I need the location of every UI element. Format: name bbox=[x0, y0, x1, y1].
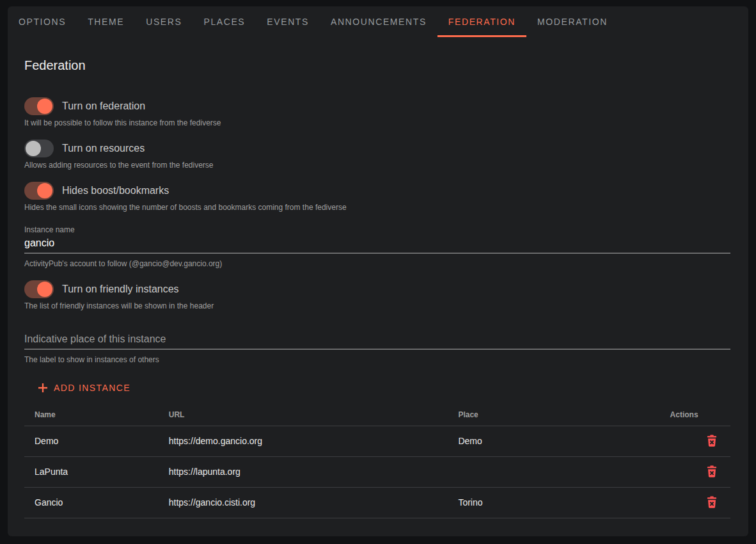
tab-places[interactable]: PLACES bbox=[193, 6, 256, 37]
friendly-instances-toggle[interactable] bbox=[24, 280, 54, 298]
federation-toggle-label: Turn on federation bbox=[62, 101, 145, 111]
column-header-name: Name bbox=[24, 404, 159, 426]
instance-name-label: Instance name bbox=[24, 226, 730, 234]
federation-toggle-row: Turn on federation bbox=[24, 97, 730, 115]
friendly-instances-toggle-label: Turn on friendly instances bbox=[62, 284, 179, 294]
resources-toggle-label: Turn on resources bbox=[62, 143, 145, 154]
resources-toggle[interactable] bbox=[24, 140, 54, 157]
instance-place-field: The label to show in instances of others bbox=[24, 333, 730, 364]
instance-place-cell: Demo bbox=[448, 426, 659, 456]
tab-federation[interactable]: FEDERATION bbox=[437, 6, 526, 37]
add-instance-button-label: ADD INSTANCE bbox=[54, 383, 130, 393]
federation-toggle[interactable] bbox=[24, 97, 54, 115]
tab-announcements[interactable]: ANNOUNCEMENTS bbox=[320, 6, 437, 37]
delete-instance-button[interactable] bbox=[704, 432, 720, 451]
instance-name-input[interactable] bbox=[24, 237, 730, 253]
table-header-row: Name URL Place Actions bbox=[24, 404, 730, 426]
instance-url-cell: https://demo.gancio.org bbox=[159, 426, 448, 456]
hide-boosts-toggle-row: Hides boost/bookmarks bbox=[24, 182, 730, 200]
instance-actions-cell bbox=[660, 456, 730, 487]
toggle-thumb bbox=[37, 99, 52, 114]
tab-moderation[interactable]: MODERATION bbox=[526, 6, 618, 37]
instance-name-hint: ActivityPub's account to follow (@gancio… bbox=[24, 260, 730, 268]
toggle-thumb bbox=[37, 183, 52, 198]
tab-events[interactable]: EVENTS bbox=[256, 6, 320, 37]
instance-name-cell: Gancio bbox=[24, 487, 159, 518]
friendly-instances-toggle-row: Turn on friendly instances bbox=[24, 280, 730, 298]
toggle-thumb bbox=[37, 282, 52, 297]
instance-actions-cell bbox=[660, 487, 730, 518]
instance-place-hint: The label to show in instances of others bbox=[24, 356, 730, 364]
hide-boosts-toggle-hint: Hides the small icons showing the number… bbox=[24, 204, 730, 211]
trash-delete-icon bbox=[705, 464, 719, 478]
plus-icon bbox=[37, 382, 49, 394]
instance-name-cell: LaPunta bbox=[24, 456, 159, 487]
column-header-actions: Actions bbox=[660, 404, 730, 426]
federation-settings-panel: Federation Turn on federation It will be… bbox=[8, 59, 748, 518]
tab-options[interactable]: OPTIONS bbox=[8, 6, 77, 37]
table-row: Demo https://demo.gancio.org Demo bbox=[24, 426, 730, 456]
table-row: Gancio https://gancio.cisti.org Torino bbox=[24, 487, 730, 518]
instance-actions-cell bbox=[660, 426, 730, 456]
trash-delete-icon bbox=[705, 495, 719, 509]
instance-name-cell: Demo bbox=[24, 426, 159, 456]
trash-delete-icon bbox=[705, 433, 719, 447]
hide-boosts-toggle[interactable] bbox=[24, 182, 54, 200]
resources-toggle-hint: Allows adding resources to the event fro… bbox=[24, 161, 730, 169]
instance-place-cell bbox=[448, 456, 659, 487]
friendly-instances-table: Name URL Place Actions Demo https://demo… bbox=[24, 404, 730, 518]
tab-users[interactable]: USERS bbox=[135, 6, 193, 37]
column-header-url: URL bbox=[159, 404, 448, 426]
add-instance-button[interactable]: ADD INSTANCE bbox=[29, 376, 138, 399]
hide-boosts-toggle-label: Hides boost/bookmarks bbox=[62, 186, 169, 196]
instance-url-cell: https://gancio.cisti.org bbox=[159, 487, 448, 518]
column-header-place: Place bbox=[448, 404, 659, 426]
instance-place-cell: Torino bbox=[448, 487, 659, 518]
toggle-thumb bbox=[26, 141, 41, 156]
instance-name-field: Instance name ActivityPub's account to f… bbox=[24, 226, 730, 268]
admin-panel-card: OPTIONS THEME USERS PLACES EVENTS ANNOUN… bbox=[8, 6, 748, 536]
federation-toggle-hint: It will be possible to follow this insta… bbox=[24, 119, 730, 127]
admin-tab-bar: OPTIONS THEME USERS PLACES EVENTS ANNOUN… bbox=[8, 6, 748, 37]
instance-url-cell: https://lapunta.org bbox=[159, 456, 448, 487]
friendly-instances-toggle-hint: The list of friendly instances will be s… bbox=[24, 302, 730, 310]
resources-toggle-row: Turn on resources bbox=[24, 140, 730, 157]
page-title: Federation bbox=[24, 59, 730, 72]
table-row: LaPunta https://lapunta.org bbox=[24, 456, 730, 487]
delete-instance-button[interactable] bbox=[704, 463, 720, 481]
delete-instance-button[interactable] bbox=[704, 493, 720, 512]
instance-place-input[interactable] bbox=[24, 333, 730, 349]
tab-theme[interactable]: THEME bbox=[77, 6, 135, 37]
